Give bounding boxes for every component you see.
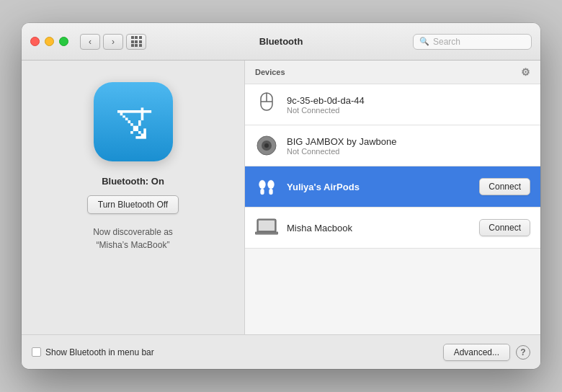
device-name: Yuliya's AirPods xyxy=(287,182,470,192)
table-row[interactable]: Yuliya's AirPods Connect xyxy=(245,166,540,208)
discoverable-line2: “Misha’s MacBook” xyxy=(97,240,170,250)
device-status: Not Connected xyxy=(287,106,530,115)
turn-bluetooth-off-button[interactable]: Turn Bluetooth Off xyxy=(87,195,179,214)
left-panel: ⦪ Bluetooth: On Turn Bluetooth Off Now d… xyxy=(22,61,245,334)
svg-rect-7 xyxy=(261,189,264,195)
device-info: 9c-35-eb-0d-da-44 Not Connected xyxy=(287,95,530,115)
discoverable-line1: Now discoverable as xyxy=(93,227,173,237)
svg-point-8 xyxy=(268,180,275,189)
search-box[interactable]: 🔍 xyxy=(413,34,532,50)
settings-gear-icon[interactable]: ⚙ xyxy=(521,66,530,78)
device-icon-mouse xyxy=(255,92,278,117)
svg-rect-9 xyxy=(269,189,273,195)
apps-grid-button[interactable] xyxy=(126,34,146,50)
device-info: Misha Macbook xyxy=(287,223,470,233)
bottom-bar: Show Bluetooth in menu bar Advanced... ? xyxy=(22,334,540,369)
show-bluetooth-checkbox-label[interactable]: Show Bluetooth in menu bar xyxy=(32,347,154,357)
forward-button[interactable]: › xyxy=(103,34,123,50)
device-name: BIG JAMBOX by Jawbone xyxy=(287,136,530,147)
search-icon: 🔍 xyxy=(419,37,429,46)
back-icon: ‹ xyxy=(89,37,92,47)
svg-point-5 xyxy=(264,143,269,148)
help-button[interactable]: ? xyxy=(516,345,530,360)
show-bluetooth-checkbox[interactable] xyxy=(32,347,41,357)
devices-header: Devices ⚙ xyxy=(245,61,540,84)
device-icon-laptop xyxy=(255,215,278,241)
close-button[interactable] xyxy=(30,37,40,46)
table-row[interactable]: 9c-35-eb-0d-da-44 Not Connected xyxy=(245,84,540,125)
titlebar: ‹ › Bluetooth 🔍 xyxy=(22,23,540,61)
advanced-button[interactable]: Advanced... xyxy=(443,344,510,361)
bluetooth-icon: ⦪ xyxy=(112,101,154,143)
device-status: Not Connected xyxy=(287,147,530,156)
discoverable-text: Now discoverable as “Misha’s MacBook” xyxy=(93,226,173,251)
main-content: ⦪ Bluetooth: On Turn Bluetooth Off Now d… xyxy=(22,61,540,334)
connect-button-airpods[interactable]: Connect xyxy=(479,178,530,195)
nav-buttons: ‹ › xyxy=(80,34,123,50)
device-icon-speaker xyxy=(255,133,278,159)
search-input[interactable] xyxy=(433,37,525,47)
minimize-button[interactable] xyxy=(45,37,54,46)
right-panel: Devices ⚙ 9c-35-eb-0d-da-44 No xyxy=(245,61,540,334)
traffic-lights xyxy=(30,37,68,46)
device-info: BIG JAMBOX by Jawbone Not Connected xyxy=(287,136,530,156)
window-title: Bluetooth xyxy=(259,36,303,47)
forward-icon: › xyxy=(112,37,115,47)
bluetooth-logo: ⦪ xyxy=(94,82,173,161)
device-info: Yuliya's AirPods xyxy=(287,182,470,192)
bottom-right-controls: Advanced... ? xyxy=(443,344,530,361)
svg-rect-12 xyxy=(255,232,278,234)
device-icon-airpods xyxy=(255,174,278,200)
back-button[interactable]: ‹ xyxy=(80,34,100,50)
connect-button-macbook[interactable]: Connect xyxy=(479,219,530,236)
bluetooth-status: Bluetooth: On xyxy=(102,176,164,187)
svg-rect-11 xyxy=(259,220,275,231)
svg-point-6 xyxy=(259,180,266,189)
device-name: Misha Macbook xyxy=(287,223,470,233)
devices-label: Devices xyxy=(255,68,285,76)
device-name: 9c-35-eb-0d-da-44 xyxy=(287,95,530,106)
maximize-button[interactable] xyxy=(59,37,68,46)
grid-icon xyxy=(131,36,142,47)
table-row[interactable]: BIG JAMBOX by Jawbone Not Connected xyxy=(245,125,540,166)
table-row[interactable]: Misha Macbook Connect xyxy=(245,208,540,249)
devices-list: 9c-35-eb-0d-da-44 Not Connected B xyxy=(245,84,540,334)
checkbox-label-text: Show Bluetooth in menu bar xyxy=(45,347,154,357)
main-window: ‹ › Bluetooth 🔍 ⦪ Bluetooth: On xyxy=(22,23,540,369)
